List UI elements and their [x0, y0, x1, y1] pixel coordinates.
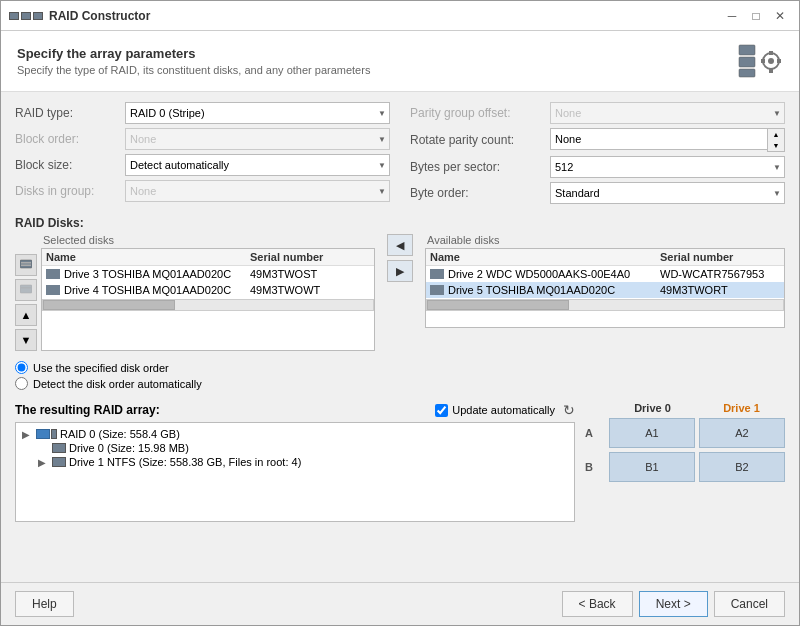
rotate-parity-up[interactable]: ▲ — [768, 129, 784, 140]
svg-rect-2 — [739, 69, 755, 77]
parity-group-select[interactable]: None — [550, 102, 785, 124]
drive-row-B: B B1 B2 — [585, 452, 785, 482]
block-order-row: Block order: None ▼ — [15, 128, 390, 150]
disks-in-group-select[interactable]: None — [125, 180, 390, 202]
available-disks-hscroll[interactable] — [426, 299, 784, 311]
disks-label: RAID Disks: — [15, 216, 785, 230]
page-title: Specify the array parameters — [17, 46, 370, 61]
svg-rect-9 — [20, 260, 32, 268]
selected-col-serial: Serial number — [250, 251, 370, 263]
available-col-serial: Serial number — [660, 251, 780, 263]
disk-order-options: Use the specified disk order Detect the … — [15, 361, 785, 390]
transfer-right-button[interactable]: ▶ — [387, 260, 413, 282]
rotate-parity-down[interactable]: ▼ — [768, 140, 784, 151]
selected-disk-row-1[interactable]: Drive 4 TOSHIBA MQ01AAD020C 49M3TWOWT — [42, 282, 374, 298]
svg-rect-0 — [739, 45, 755, 55]
available-disk-name-0: Drive 2 WDC WD5000AAKS-00E4A0 — [448, 268, 660, 280]
rotate-parity-spinbox-buttons: ▲ ▼ — [767, 128, 785, 152]
tree-expand-2: ▶ — [38, 457, 52, 468]
next-button[interactable]: Next > — [639, 591, 708, 617]
block-size-row: Block size: Detect automatically ▼ — [15, 154, 390, 176]
update-auto-label[interactable]: Update automatically — [435, 404, 555, 417]
close-button[interactable]: ✕ — [769, 5, 791, 27]
svg-rect-12 — [20, 285, 32, 293]
drive-cell-A2[interactable]: A2 — [699, 418, 785, 448]
right-form: Parity group offset: None ▼ Rotate parit… — [410, 102, 785, 208]
drive-matrix-header: Drive 0 Drive 1 — [585, 402, 785, 414]
title-bar: RAID Constructor ─ □ ✕ — [1, 1, 799, 31]
title-bar-left: RAID Constructor — [9, 9, 150, 23]
disk-order-label1: Use the specified disk order — [33, 362, 169, 374]
raid-tree: ▶ RAID 0 (Size: 558.4 GB) Drive 0 (Size:… — [15, 422, 575, 522]
raid-type-select[interactable]: RAID 0 (Stripe) — [125, 102, 390, 124]
transfer-left-button[interactable]: ◀ — [387, 234, 413, 256]
available-disk-row-0[interactable]: Drive 2 WDC WD5000AAKS-00E4A0 WD-WCATR75… — [426, 266, 784, 282]
svg-rect-1 — [739, 57, 755, 67]
tree-expand-1 — [38, 443, 52, 454]
refresh-button[interactable]: ↻ — [563, 402, 575, 418]
svg-rect-5 — [769, 51, 773, 55]
raid-result-header: The resulting RAID array: Update automat… — [15, 402, 575, 418]
selected-disks-hscroll[interactable] — [42, 299, 374, 311]
page-subtitle: Specify the type of RAID, its constituen… — [17, 64, 370, 76]
drive-row-A: A A1 A2 — [585, 418, 785, 448]
tree-item-2[interactable]: ▶ Drive 1 NTFS (Size: 558.38 GB, Files i… — [22, 455, 568, 469]
svg-rect-11 — [21, 265, 31, 267]
add-disk-button[interactable] — [15, 254, 37, 276]
parity-group-row: Parity group offset: None ▼ — [410, 102, 785, 124]
selected-disks-list: Name Serial number Drive 3 TOSHIBA MQ01A… — [41, 248, 375, 351]
minimize-button[interactable]: ─ — [721, 5, 743, 27]
available-disk-row-1[interactable]: Drive 5 TOSHIBA MQ01AAD020C 49M3TWORT — [426, 282, 784, 298]
drive-matrix: Drive 0 Drive 1 A A1 A2 B B1 B2 — [585, 402, 785, 522]
disks-section: RAID Disks: ▲ ▼ — [15, 216, 785, 390]
block-order-select[interactable]: None — [125, 128, 390, 150]
footer-right: < Back Next > Cancel — [562, 591, 785, 617]
disk-icon-0 — [46, 269, 60, 279]
raid-result-label: The resulting RAID array: — [15, 403, 160, 417]
rotate-parity-input[interactable] — [550, 128, 767, 150]
bytes-per-sector-row: Bytes per sector: 512 ▼ — [410, 156, 785, 178]
svg-rect-8 — [777, 59, 781, 63]
remove-disk-button[interactable] — [15, 279, 37, 301]
block-order-label: Block order: — [15, 132, 125, 146]
move-down-button[interactable]: ▼ — [15, 329, 37, 351]
tree-icon-raid — [36, 429, 57, 439]
disk-order-radio1[interactable] — [15, 361, 28, 374]
drive-row-label-A: A — [585, 427, 605, 439]
update-auto-checkbox[interactable] — [435, 404, 448, 417]
cancel-button[interactable]: Cancel — [714, 591, 785, 617]
header-svg-icon — [737, 43, 781, 79]
back-button[interactable]: < Back — [562, 591, 633, 617]
maximize-button[interactable]: □ — [745, 5, 767, 27]
main-window: RAID Constructor ─ □ ✕ Specify the array… — [0, 0, 800, 626]
tree-label-2: Drive 1 NTFS (Size: 558.38 GB, Files in … — [69, 456, 301, 468]
tree-icon-drive0 — [52, 443, 66, 453]
selected-disks-col-headers: Name Serial number — [42, 249, 374, 266]
drive-cell-A1[interactable]: A1 — [609, 418, 695, 448]
disk-order-option2[interactable]: Detect the disk order automatically — [15, 377, 785, 390]
tree-item-0[interactable]: ▶ RAID 0 (Size: 558.4 GB) — [22, 427, 568, 441]
rotate-parity-row: Rotate parity count: ▲ ▼ — [410, 128, 785, 152]
byte-order-select[interactable]: Standard — [550, 182, 785, 204]
block-size-label: Block size: — [15, 158, 125, 172]
drive-matrix-rows: A A1 A2 B B1 B2 — [585, 418, 785, 482]
disks-in-group-wrapper: None ▼ — [125, 180, 390, 202]
tree-item-1[interactable]: Drive 0 (Size: 15.98 MB) — [22, 441, 568, 455]
selected-disk-serial-1: 49M3TWOWT — [250, 284, 370, 296]
help-button[interactable]: Help — [15, 591, 74, 617]
block-size-select[interactable]: Detect automatically — [125, 154, 390, 176]
move-up-button[interactable]: ▲ — [15, 304, 37, 326]
block-order-wrapper: None ▼ — [125, 128, 390, 150]
selected-disk-row-0[interactable]: Drive 3 TOSHIBA MQ01AAD020C 49M3TWOST — [42, 266, 374, 282]
bytes-per-sector-select[interactable]: 512 — [550, 156, 785, 178]
disk-order-option1[interactable]: Use the specified disk order — [15, 361, 785, 374]
bottom-section: The resulting RAID array: Update automat… — [15, 402, 785, 522]
drive-row-label-B: B — [585, 461, 605, 473]
block-size-wrapper: Detect automatically ▼ — [125, 154, 390, 176]
drive-cell-B1[interactable]: B1 — [609, 452, 695, 482]
left-form: RAID type: RAID 0 (Stripe) ▼ Block order… — [15, 102, 390, 208]
drive-cell-B2[interactable]: B2 — [699, 452, 785, 482]
add-icon — [20, 259, 32, 271]
available-disk-serial-0: WD-WCATR7567953 — [660, 268, 780, 280]
disk-order-radio2[interactable] — [15, 377, 28, 390]
